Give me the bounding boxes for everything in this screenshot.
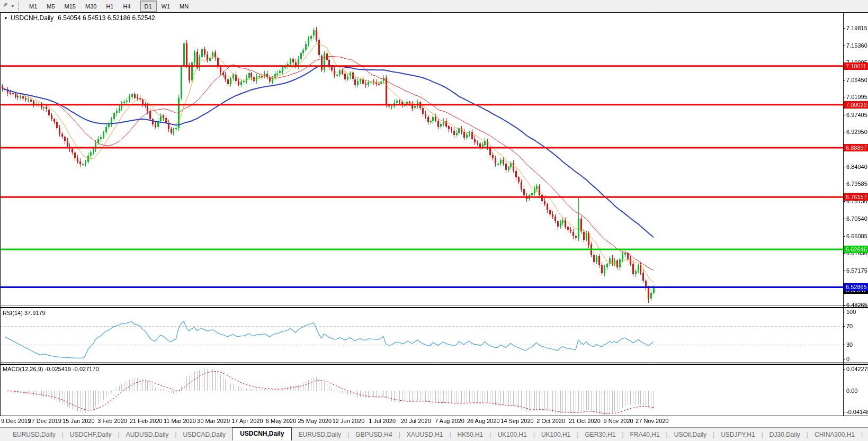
hline-price-chip: 6.88897 (844, 144, 868, 151)
macd-name: MACD(12,26,9) (3, 366, 43, 372)
symbol-tab-gbpusd-h4[interactable]: GBPUSD,H4 (349, 429, 398, 440)
timeframe-button-h1[interactable]: H1 (101, 1, 118, 12)
date-tick-label: 30 Mar 2020 (197, 418, 230, 424)
date-tick-label: 21 Feb 2020 (130, 418, 163, 424)
date-tick-label: 20 Jul 2020 (401, 418, 431, 424)
symbol-tab-eurusd-daily[interactable]: EURUSD,Daily (6, 429, 62, 440)
symbol-tab-uk100-h1[interactable]: UK100,H1 (491, 429, 533, 440)
macd-tick-label: -0.04148 (846, 409, 868, 415)
timeframe-buttons: M1M5M15M30H1H4D1W1MN (24, 1, 198, 12)
symbol-tab-fra40-h1[interactable]: FRA40,H1 (624, 429, 666, 440)
symbol-tab-xauusd-h1[interactable]: XAUUSD,H1 (400, 429, 450, 440)
date-tick-label: 26 Aug 2020 (467, 418, 500, 424)
dropdown-caret-icon[interactable]: ▾ (12, 4, 14, 8)
symbol-tab-china300-h1[interactable]: CHINA300,H1 (808, 429, 861, 440)
chart-symbol-label: USDCNH,Daily (11, 14, 53, 22)
symbol-tab-usdjpy-h1[interactable]: USDJPY,H1 (714, 429, 761, 440)
date-tick-label: 1 Jul 2020 (369, 418, 396, 424)
rsi-panel-label: RSI(14) 37.9179 (3, 310, 46, 316)
timeframe-button-m1[interactable]: M1 (24, 1, 42, 12)
timeframe-toolbar: ▾ M1M5M15M30H1H4D1W1MN (0, 0, 868, 12)
chart-canvas[interactable] (0, 0, 868, 441)
symbol-tab-dj30-daily[interactable]: DJ30,Daily (763, 429, 807, 440)
date-tick-label: 25 May 2020 (298, 418, 332, 424)
symbol-tab-usoil-h1[interactable]: USOil,H1 (863, 429, 868, 440)
price-tick-label: 6.84040 (846, 164, 867, 170)
rsi-tick-label: 70 (846, 323, 853, 329)
date-tick-label: 6 May 2020 (266, 418, 296, 424)
chart-title: ▼USDCNH,Daily6.54054 6.54513 6.52186 6.5… (4, 14, 155, 22)
timeframe-button-mn[interactable]: MN (175, 1, 193, 12)
symbol-tab-eurusd-daily[interactable]: EURUSD,Daily (292, 429, 347, 440)
toolbar-grip[interactable] (18, 2, 22, 11)
timeframe-button-h4[interactable]: H4 (118, 1, 135, 12)
price-tick-label: 6.70540 (846, 215, 867, 222)
date-tick-label: 14 Sep 2020 (500, 418, 533, 424)
price-tick-label: 6.92950 (846, 129, 867, 135)
date-tick-label: 17 Apr 2020 (231, 418, 263, 424)
cursor-tool-icon[interactable] (3, 3, 11, 10)
price-tick-label: 7.01995 (846, 94, 867, 100)
timeframe-button-m15[interactable]: M15 (60, 1, 80, 12)
price-tick-label: 6.97405 (846, 112, 867, 118)
date-tick-label: 21 Oct 2020 (569, 418, 601, 424)
price-tick-label: 6.48265 (846, 302, 867, 308)
date-tick-label: 7 Aug 2020 (435, 418, 464, 424)
symbol-tab-usdcnh-daily[interactable]: USDCNH,Daily (232, 427, 292, 440)
symbol-tab-audusd-daily[interactable]: AUDUSD,Daily (120, 429, 175, 440)
rsi-tick-label: 30 (846, 341, 853, 348)
timeframe-button-m30[interactable]: M30 (80, 1, 101, 12)
date-tick-label: 3 Feb 2020 (97, 418, 127, 424)
macd-panel-label: MACD(12,26,9) -0.025419 -0.027170 (3, 366, 99, 372)
price-tick-label: 6.79585 (846, 181, 867, 187)
macd-tick-label: 0.042275 (846, 366, 868, 372)
chart-ohlc-values: 6.54054 6.54513 6.52186 6.52542 (58, 14, 155, 22)
date-tick-label: 11 Mar 2020 (164, 418, 196, 424)
date-tick-label: 12 Jun 2020 (333, 418, 365, 424)
price-tick-label: 7.19815 (846, 25, 867, 31)
date-tick-label: 9 Dec 2019 (1, 418, 31, 424)
rsi-name: RSI(14) (3, 310, 23, 316)
symbol-tab-hk50-h1[interactable]: HK50,H1 (451, 429, 490, 440)
macd-tick-label: 0.00 (846, 388, 857, 394)
hline-price-chip: 7.10011 (844, 62, 868, 70)
chart-dropdown-icon[interactable]: ▼ (4, 16, 8, 21)
rsi-tick-label: 0 (846, 356, 849, 362)
date-tick-label: 2 Oct 2020 (536, 418, 565, 424)
timeframe-button-d1[interactable]: D1 (140, 1, 157, 12)
hline-price-chip: 6.52865 (844, 283, 868, 291)
timeframe-button-m5[interactable]: M5 (42, 1, 59, 12)
price-tick-label: 7.15360 (846, 42, 867, 49)
price-tick-label: 7.06450 (846, 77, 867, 83)
date-tick-label: 15 Jan 2020 (62, 418, 95, 424)
rsi-tick-label: 100 (846, 309, 856, 315)
symbol-tab-uk100-h1[interactable]: UK100,H1 (535, 429, 577, 440)
symbol-tab-usdcad-daily[interactable]: USDCAD,Daily (176, 429, 232, 440)
date-tick-label: 27 Nov 2020 (636, 418, 668, 424)
macd-values: -0.025419 -0.027170 (44, 366, 99, 372)
timeframe-button-w1[interactable]: W1 (157, 1, 175, 12)
symbol-tab-usdchf-daily[interactable]: USDCHF,Daily (64, 429, 118, 440)
symbol-tab-bar: EURUSD,Daily|USDCHF,Daily|AUDUSD,Daily|U… (0, 427, 868, 441)
hline-price-chip: 6.76157 (844, 193, 868, 201)
rsi-value: 37.9179 (24, 310, 46, 316)
date-tick-label: 9 Nov 2020 (603, 418, 633, 424)
hline-price-chip: 7.00029 (844, 101, 868, 109)
price-tick-label: 6.57175 (846, 267, 867, 274)
price-tick-label: 6.66085 (846, 233, 867, 239)
symbol-tab-usoil-daily[interactable]: USOil,Daily (668, 429, 713, 440)
mt4-terminal: ▾ M1M5M15M30H1H4D1W1MN ▼USDCNH,Daily6.54… (0, 0, 868, 441)
symbol-tab-ger30-h1[interactable]: GER30,H1 (578, 429, 622, 440)
date-tick-label: 27 Dec 2019 (28, 418, 61, 424)
hline-price-chip: 6.62646 (844, 246, 868, 253)
